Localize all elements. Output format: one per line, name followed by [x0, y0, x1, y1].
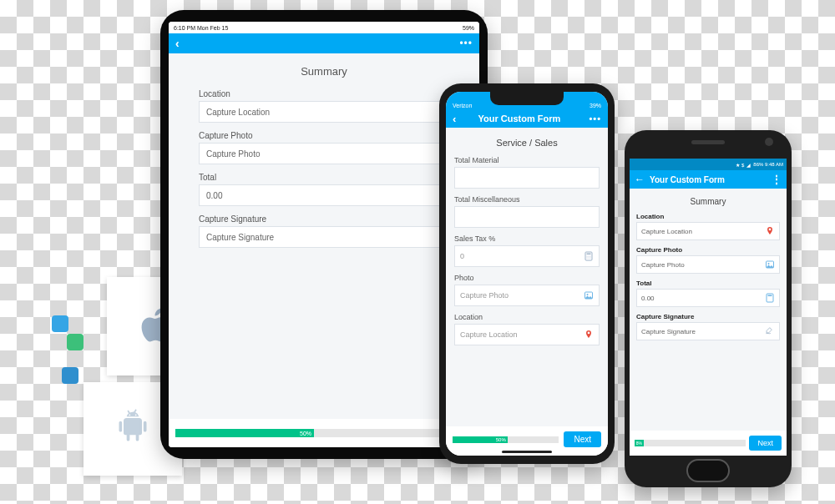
svg-point-6: [589, 258, 590, 259]
svg-point-5: [587, 258, 588, 259]
capture-photo-field[interactable]: Capture Photo: [636, 255, 780, 274]
image-icon: [765, 260, 775, 270]
signature-pen-icon: [765, 326, 775, 336]
more-menu-icon[interactable]: •••: [459, 38, 473, 49]
capture-signature-field[interactable]: Capture Signature: [636, 322, 780, 340]
status-battery: 59%: [463, 25, 474, 31]
field-label: Capture Signature: [199, 214, 449, 224]
home-indicator: [502, 451, 552, 453]
back-arrow-icon[interactable]: ←: [635, 174, 645, 185]
field-label: Capture Signature: [636, 313, 780, 320]
android-statusbar: ★ $ ◢ 86% 9:48 AM: [630, 159, 787, 170]
nav-title: Your Custom Form: [449, 113, 589, 123]
image-icon: [584, 290, 594, 300]
android-device: ★ $ ◢ 86% 9:48 AM ← Your Custom Form ⋮ S…: [625, 130, 792, 487]
capture-photo-field[interactable]: Capture Photo: [454, 285, 600, 306]
total-material-input[interactable]: [454, 167, 600, 189]
carrier: Verizon: [453, 103, 472, 108]
back-chevron-icon[interactable]: ‹: [175, 37, 180, 50]
front-camera: [765, 138, 773, 146]
field-label: Sales Tax %: [454, 234, 600, 243]
more-menu-icon[interactable]: ⋮: [772, 174, 782, 185]
calculator-icon: [765, 293, 775, 303]
field-value: Capture Photo: [641, 261, 685, 269]
field-label: Capture Photo: [636, 246, 780, 254]
nav-title: Your Custom Form: [650, 175, 772, 184]
progress-text: 8%: [636, 441, 642, 446]
progress-text: 50%: [496, 437, 506, 442]
field-label: Location: [199, 89, 449, 98]
field-placeholder: Capture Location: [460, 330, 518, 339]
location-pin-icon: [765, 226, 775, 236]
svg-point-2: [587, 256, 588, 257]
field-placeholder: Capture Photo: [460, 291, 509, 300]
field-label: Capture Photo: [199, 131, 449, 140]
iphone-nav-header: ‹ Your Custom Form •••: [446, 109, 608, 128]
status-time: 6:10 PM Mon Feb 15: [174, 25, 228, 31]
field-value: Capture Signature: [206, 233, 274, 242]
iphone-notch: [490, 92, 564, 105]
capture-photo-field[interactable]: Capture Photo: [199, 143, 449, 164]
svg-point-9: [587, 294, 589, 295]
field-label: Total: [636, 280, 780, 287]
total-field[interactable]: 0.00: [636, 289, 780, 307]
android-logo-icon: [114, 409, 151, 449]
field-label: Total: [199, 173, 449, 182]
svg-point-7: [590, 258, 591, 259]
svg-rect-13: [768, 295, 772, 297]
progress-bar: 50%: [453, 436, 559, 443]
home-button[interactable]: [686, 459, 730, 482]
field-placeholder: 0: [460, 252, 464, 260]
field-label: Photo: [454, 274, 600, 282]
svg-rect-1: [587, 254, 591, 255]
field-value: Capture Location: [641, 228, 692, 235]
ipad-statusbar: 6:10 PM Mon Feb 15 59%: [169, 22, 479, 33]
progress-bar: 8%: [635, 440, 746, 446]
progress-text: 50%: [300, 431, 311, 436]
field-label: Location: [636, 213, 780, 220]
capture-location-field[interactable]: Capture Location: [199, 101, 449, 123]
more-menu-icon[interactable]: •••: [589, 113, 601, 123]
field-value: 0.00: [641, 295, 655, 302]
progress-bar: 50%: [175, 429, 448, 437]
section-title: Service / Sales: [454, 138, 600, 148]
decor-chip: [52, 315, 68, 332]
total-field[interactable]: 0.00: [199, 184, 449, 206]
next-button[interactable]: Next: [749, 436, 782, 451]
battery: 39%: [590, 103, 601, 108]
field-value: Capture Photo: [206, 149, 261, 159]
signal-icon: ◢: [746, 162, 751, 168]
field-value: 0.00: [206, 191, 222, 200]
capture-signature-field[interactable]: Capture Signature: [199, 226, 449, 248]
total-misc-input[interactable]: [454, 206, 600, 228]
field-value: Capture Signature: [641, 328, 696, 335]
android-nav-header: ← Your Custom Form ⋮: [630, 170, 787, 189]
next-button[interactable]: Next: [564, 431, 601, 447]
section-title: Summary: [199, 65, 449, 78]
decor-chip: [62, 367, 78, 384]
ipad-nav-header: ‹ •••: [169, 33, 479, 53]
sales-tax-input[interactable]: 0: [454, 245, 600, 267]
field-label: Total Material: [454, 156, 600, 164]
calculator-icon: [584, 251, 594, 261]
iphone-device: Verizon 39% ‹ Your Custom Form ••• Servi…: [439, 83, 615, 464]
capture-location-field[interactable]: Capture Location: [454, 324, 600, 345]
svg-point-4: [590, 256, 591, 257]
section-title: Summary: [636, 197, 780, 206]
svg-point-3: [589, 256, 590, 257]
svg-point-11: [768, 263, 770, 265]
field-label: Location: [454, 313, 600, 321]
decor-chip: [67, 334, 84, 350]
field-label: Total Miscellaneous: [454, 195, 600, 204]
location-pin-icon: [584, 330, 594, 340]
capture-location-field[interactable]: Capture Location: [636, 222, 780, 240]
status-text: 86% 9:48 AM: [753, 162, 783, 167]
field-value: Capture Location: [206, 108, 270, 117]
